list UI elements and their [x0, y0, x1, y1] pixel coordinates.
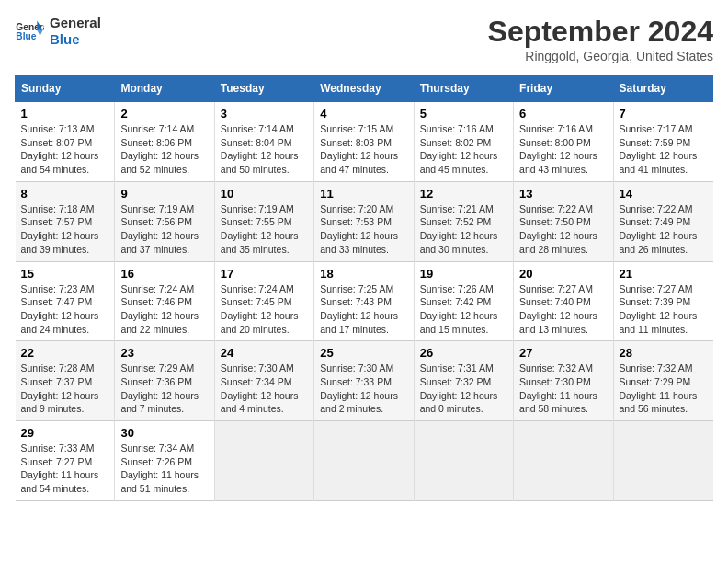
day-number: 6 — [519, 107, 607, 121]
calendar-cell: 10 Sunrise: 7:19 AMSunset: 7:55 PMDaylig… — [214, 181, 313, 261]
cell-details: Sunrise: 7:33 AMSunset: 7:27 PMDaylight:… — [21, 442, 99, 494]
main-title: September 2024 — [488, 15, 713, 49]
day-number: 23 — [120, 346, 208, 360]
cell-details: Sunrise: 7:13 AMSunset: 8:07 PMDaylight:… — [21, 123, 99, 175]
page-header: General Blue General Blue September 2024… — [15, 15, 713, 63]
calendar-cell: 20 Sunrise: 7:27 AMSunset: 7:40 PMDaylig… — [514, 261, 613, 341]
day-number: 26 — [420, 346, 507, 360]
cell-details: Sunrise: 7:15 AMSunset: 8:03 PMDaylight:… — [320, 123, 398, 175]
calendar-body: 1 Sunrise: 7:13 AMSunset: 8:07 PMDayligh… — [16, 102, 713, 501]
calendar-week-row: 8 Sunrise: 7:18 AMSunset: 7:57 PMDayligh… — [16, 181, 713, 261]
cell-details: Sunrise: 7:31 AMSunset: 7:32 PMDaylight:… — [420, 362, 498, 414]
calendar-cell: 7 Sunrise: 7:17 AMSunset: 7:59 PMDayligh… — [613, 102, 712, 182]
calendar-cell: 16 Sunrise: 7:24 AMSunset: 7:46 PMDaylig… — [115, 261, 214, 341]
cell-details: Sunrise: 7:18 AMSunset: 7:57 PMDaylight:… — [21, 203, 99, 255]
cell-details: Sunrise: 7:22 AMSunset: 7:50 PMDaylight:… — [519, 203, 597, 255]
day-number: 29 — [21, 426, 109, 440]
col-monday: Monday — [115, 75, 214, 102]
calendar-cell: 18 Sunrise: 7:25 AMSunset: 7:43 PMDaylig… — [314, 261, 414, 341]
calendar-header: Sunday Monday Tuesday Wednesday Thursday… — [16, 75, 713, 102]
cell-details: Sunrise: 7:27 AMSunset: 7:39 PMDaylight:… — [620, 283, 698, 335]
cell-details: Sunrise: 7:32 AMSunset: 7:29 PMDaylight:… — [620, 362, 698, 414]
cell-details: Sunrise: 7:25 AMSunset: 7:43 PMDaylight:… — [320, 283, 398, 335]
day-number: 13 — [519, 187, 607, 201]
calendar-cell: 22 Sunrise: 7:28 AMSunset: 7:37 PMDaylig… — [16, 341, 115, 421]
day-number: 27 — [519, 346, 607, 360]
cell-details: Sunrise: 7:26 AMSunset: 7:42 PMDaylight:… — [420, 283, 498, 335]
day-number: 10 — [221, 187, 308, 201]
calendar-cell: 28 Sunrise: 7:32 AMSunset: 7:29 PMDaylig… — [613, 341, 712, 421]
calendar-week-row: 22 Sunrise: 7:28 AMSunset: 7:37 PMDaylig… — [16, 341, 713, 421]
cell-details: Sunrise: 7:32 AMSunset: 7:30 PMDaylight:… — [519, 362, 597, 414]
cell-details: Sunrise: 7:14 AMSunset: 8:06 PMDaylight:… — [120, 123, 199, 175]
col-thursday: Thursday — [414, 75, 513, 102]
day-number: 28 — [620, 346, 708, 360]
cell-details: Sunrise: 7:22 AMSunset: 7:49 PMDaylight:… — [620, 203, 698, 255]
calendar-cell: 21 Sunrise: 7:27 AMSunset: 7:39 PMDaylig… — [613, 261, 712, 341]
svg-text:Blue: Blue — [16, 31, 36, 41]
day-number: 14 — [620, 187, 708, 201]
cell-details: Sunrise: 7:30 AMSunset: 7:33 PMDaylight:… — [320, 362, 398, 414]
day-number: 7 — [620, 107, 708, 121]
day-number: 3 — [221, 107, 308, 121]
cell-details: Sunrise: 7:23 AMSunset: 7:47 PMDaylight:… — [21, 283, 99, 335]
calendar-cell: 13 Sunrise: 7:22 AMSunset: 7:50 PMDaylig… — [514, 181, 613, 261]
calendar-cell: 11 Sunrise: 7:20 AMSunset: 7:53 PMDaylig… — [314, 181, 414, 261]
title-area: September 2024 Ringgold, Georgia, United… — [488, 15, 713, 63]
col-saturday: Saturday — [613, 75, 712, 102]
calendar-cell — [613, 421, 712, 501]
calendar-cell: 17 Sunrise: 7:24 AMSunset: 7:45 PMDaylig… — [214, 261, 313, 341]
calendar-cell — [514, 421, 613, 501]
calendar-week-row: 15 Sunrise: 7:23 AMSunset: 7:47 PMDaylig… — [16, 261, 713, 341]
col-wednesday: Wednesday — [314, 75, 414, 102]
cell-details: Sunrise: 7:24 AMSunset: 7:45 PMDaylight:… — [221, 283, 299, 335]
calendar-cell — [314, 421, 414, 501]
calendar-week-row: 29 Sunrise: 7:33 AMSunset: 7:27 PMDaylig… — [16, 421, 713, 501]
calendar-cell: 15 Sunrise: 7:23 AMSunset: 7:47 PMDaylig… — [16, 261, 115, 341]
logo: General Blue General Blue — [15, 15, 101, 48]
logo-icon: General Blue — [15, 17, 44, 46]
cell-details: Sunrise: 7:30 AMSunset: 7:34 PMDaylight:… — [221, 362, 299, 414]
day-number: 22 — [21, 346, 109, 360]
calendar-cell: 25 Sunrise: 7:30 AMSunset: 7:33 PMDaylig… — [314, 341, 414, 421]
day-number: 8 — [21, 187, 109, 201]
cell-details: Sunrise: 7:34 AMSunset: 7:26 PMDaylight:… — [120, 442, 199, 494]
day-number: 1 — [21, 107, 109, 121]
calendar-cell: 1 Sunrise: 7:13 AMSunset: 8:07 PMDayligh… — [16, 102, 115, 182]
day-number: 17 — [221, 267, 308, 281]
calendar-cell: 19 Sunrise: 7:26 AMSunset: 7:42 PMDaylig… — [414, 261, 513, 341]
cell-details: Sunrise: 7:17 AMSunset: 7:59 PMDaylight:… — [620, 123, 698, 175]
calendar-cell: 2 Sunrise: 7:14 AMSunset: 8:06 PMDayligh… — [115, 102, 214, 182]
calendar-cell: 30 Sunrise: 7:34 AMSunset: 7:26 PMDaylig… — [115, 421, 214, 501]
day-number: 20 — [519, 267, 607, 281]
day-number: 25 — [320, 346, 407, 360]
logo-text-blue: Blue — [50, 31, 101, 48]
svg-marker-3 — [37, 30, 42, 36]
calendar-week-row: 1 Sunrise: 7:13 AMSunset: 8:07 PMDayligh… — [16, 102, 713, 182]
cell-details: Sunrise: 7:21 AMSunset: 7:52 PMDaylight:… — [420, 203, 498, 255]
day-number: 12 — [420, 187, 507, 201]
calendar-cell — [414, 421, 513, 501]
calendar-cell: 14 Sunrise: 7:22 AMSunset: 7:49 PMDaylig… — [613, 181, 712, 261]
calendar-cell: 5 Sunrise: 7:16 AMSunset: 8:02 PMDayligh… — [414, 102, 513, 182]
cell-details: Sunrise: 7:29 AMSunset: 7:36 PMDaylight:… — [120, 362, 199, 414]
day-number: 2 — [120, 107, 208, 121]
day-number: 21 — [620, 267, 708, 281]
cell-details: Sunrise: 7:14 AMSunset: 8:04 PMDaylight:… — [221, 123, 299, 175]
calendar-cell: 3 Sunrise: 7:14 AMSunset: 8:04 PMDayligh… — [214, 102, 313, 182]
calendar-cell: 12 Sunrise: 7:21 AMSunset: 7:52 PMDaylig… — [414, 181, 513, 261]
day-number: 30 — [120, 426, 208, 440]
calendar-cell: 26 Sunrise: 7:31 AMSunset: 7:32 PMDaylig… — [414, 341, 513, 421]
day-number: 4 — [320, 107, 407, 121]
logo-text-general: General — [50, 15, 101, 31]
day-number: 11 — [320, 187, 407, 201]
calendar-cell: 4 Sunrise: 7:15 AMSunset: 8:03 PMDayligh… — [314, 102, 414, 182]
col-sunday: Sunday — [16, 75, 115, 102]
day-number: 15 — [21, 267, 109, 281]
calendar-cell: 29 Sunrise: 7:33 AMSunset: 7:27 PMDaylig… — [16, 421, 115, 501]
col-tuesday: Tuesday — [214, 75, 313, 102]
day-number: 5 — [420, 107, 507, 121]
col-friday: Friday — [514, 75, 613, 102]
calendar-cell: 23 Sunrise: 7:29 AMSunset: 7:36 PMDaylig… — [115, 341, 214, 421]
calendar-table: Sunday Monday Tuesday Wednesday Thursday… — [15, 75, 713, 501]
